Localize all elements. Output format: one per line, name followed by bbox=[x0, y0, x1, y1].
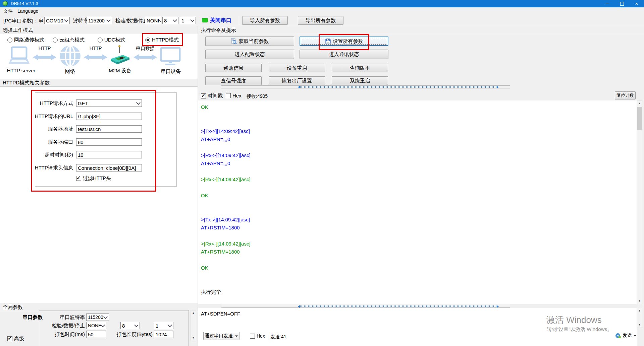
filter-http-header-label: 过滤HTTP头 bbox=[83, 175, 111, 182]
filter-http-header-checkbox[interactable]: 过滤HTTP头 bbox=[76, 175, 111, 182]
log-area[interactable]: OK>[Tx->][14:09:42][asc]AT+APN=,,,0>[Rx<… bbox=[198, 100, 637, 304]
chevron-down-icon bbox=[106, 18, 111, 22]
global-baud-value: 115200 bbox=[88, 315, 103, 320]
mode-radio-httpd[interactable]: HTTPD模式 bbox=[145, 37, 179, 43]
query-version-button[interactable]: 查询版本 bbox=[332, 64, 388, 72]
log-line bbox=[201, 256, 251, 264]
http-header-input[interactable] bbox=[76, 164, 142, 171]
pack-length-input[interactable] bbox=[154, 331, 173, 338]
factory-reset-label: 恢复出厂设置 bbox=[282, 78, 312, 84]
mode-radio-net-transparent[interactable]: 网络透传模式 bbox=[7, 37, 44, 43]
send-hex-checkbox[interactable]: Hex bbox=[250, 333, 265, 339]
send-button[interactable]: 发送 bbox=[615, 333, 637, 339]
log-scrollbar[interactable]: ▲ ▼ bbox=[637, 100, 642, 304]
app-window: DR514 V2.1.3 × 文件 Language [PC串口参数]：串口号 … bbox=[0, 0, 644, 346]
server-port-input[interactable] bbox=[76, 138, 142, 146]
window-title: DR514 V2.1.3 bbox=[11, 0, 38, 7]
toolbar: [PC串口参数]：串口号 COM10 波特率 115200 检验/数据/停止 N… bbox=[0, 15, 644, 26]
query-signal-button[interactable]: 查信号强度 bbox=[205, 76, 262, 85]
splitter-slider[interactable] bbox=[300, 305, 496, 307]
log-line bbox=[201, 272, 251, 280]
advanced-checkbox[interactable]: 高级 bbox=[7, 336, 24, 342]
query-version-label: 查询版本 bbox=[350, 65, 370, 71]
pack-time-input[interactable] bbox=[86, 331, 106, 338]
chevron-down-icon bbox=[103, 315, 108, 319]
import-params-label: 导入所有参数 bbox=[250, 17, 280, 24]
arrow-icon bbox=[84, 54, 107, 61]
hex-display-checkbox[interactable]: Hex bbox=[226, 93, 241, 98]
scroll-down-icon[interactable]: ▼ bbox=[191, 335, 196, 341]
http-method-value: GET bbox=[78, 100, 88, 106]
databits-select[interactable]: 8 bbox=[162, 17, 178, 24]
mode-radio-udc[interactable]: UDC模式 bbox=[98, 37, 125, 43]
global-stopbits-select[interactable]: 1 bbox=[154, 322, 173, 329]
send-via-serial-dropdown[interactable]: 通过串口发送 bbox=[203, 332, 239, 340]
splitter-handle[interactable] bbox=[221, 305, 510, 308]
mode-label: HTTPD模式 bbox=[152, 37, 179, 43]
scroll-up-icon[interactable]: ▲ bbox=[637, 308, 642, 314]
server-address-input[interactable] bbox=[76, 125, 142, 133]
hex-display-label: Hex bbox=[232, 93, 241, 98]
chevron-down-icon bbox=[101, 323, 105, 327]
global-scrollbar[interactable]: ▲ ▼ bbox=[191, 310, 196, 341]
log-line: >[Tx->][14:09:42][asc] bbox=[201, 216, 251, 224]
chevron-down-icon bbox=[190, 18, 195, 22]
factory-reset-button[interactable]: 恢复出厂设置 bbox=[269, 76, 325, 85]
stopbits-select[interactable]: 1 bbox=[180, 17, 196, 24]
export-params-button[interactable]: 导出所有参数 bbox=[298, 16, 343, 25]
send-scrollbar[interactable]: ▲ ▼ bbox=[637, 308, 642, 328]
radio-icon bbox=[53, 38, 58, 43]
enter-config-button[interactable]: 进入配置状态 bbox=[205, 50, 294, 59]
device-reboot-button[interactable]: 设备重启 bbox=[269, 64, 325, 72]
scroll-up-icon[interactable]: ▲ bbox=[191, 310, 196, 316]
log-line: AT+APN=,,,0 bbox=[201, 135, 251, 143]
set-all-params-button[interactable]: 设置所有参数 bbox=[300, 37, 388, 46]
global-parity-select[interactable]: NONE bbox=[86, 322, 106, 329]
close-button[interactable]: × bbox=[629, 0, 644, 7]
mode-label: 云组态模式 bbox=[59, 37, 85, 43]
field-label-http-url: HTTP请求的URL bbox=[23, 113, 73, 120]
scroll-down-icon[interactable]: ▼ bbox=[637, 298, 642, 304]
command-section-header: 执行命令及提示 bbox=[198, 26, 644, 34]
timestamp-checkbox[interactable]: 时间戳 bbox=[201, 93, 223, 99]
scrollbar-thumb[interactable] bbox=[637, 107, 642, 130]
reset-count-button[interactable]: 复位计数 bbox=[615, 91, 636, 99]
log-line: OK bbox=[201, 103, 251, 111]
close-port-link[interactable]: 关闭串口 bbox=[210, 17, 231, 24]
menu-file[interactable]: 文件 bbox=[2, 7, 14, 15]
http-url-input[interactable] bbox=[76, 113, 142, 120]
log-line: >[Rx<-][14:09:42][asc] bbox=[201, 176, 251, 184]
minimize-icon bbox=[605, 4, 609, 4]
enter-comm-button[interactable]: 进入通讯状态 bbox=[300, 50, 388, 59]
log-line bbox=[201, 208, 251, 216]
titlebar: DR514 V2.1.3 × bbox=[0, 0, 644, 7]
http-method-select[interactable]: GET bbox=[76, 99, 142, 107]
global-baud-select[interactable]: 115200 bbox=[86, 314, 109, 321]
send-icon bbox=[615, 333, 621, 339]
system-restart-button[interactable]: 系统重启 bbox=[332, 76, 388, 85]
splitter-handle[interactable] bbox=[221, 85, 510, 88]
scroll-down-icon[interactable]: ▼ bbox=[637, 322, 642, 328]
com-port-select[interactable]: COM10 bbox=[44, 17, 70, 24]
global-databits-select[interactable]: 8 bbox=[120, 322, 140, 329]
help-info-button[interactable]: 帮助信息 bbox=[205, 64, 262, 72]
log-line: >[Tx->][14:09:42][asc] bbox=[201, 127, 251, 135]
splitter-slider[interactable] bbox=[300, 86, 496, 88]
minimize-button[interactable] bbox=[600, 0, 614, 7]
send-button-label: 发送 bbox=[623, 333, 632, 339]
baud-select[interactable]: 115200 bbox=[87, 17, 112, 24]
import-params-button[interactable]: 导入所有参数 bbox=[242, 16, 288, 25]
maximize-button[interactable] bbox=[614, 0, 629, 7]
field-label-http-method: HTTP请求方式 bbox=[23, 99, 73, 107]
parity-select[interactable]: NONI bbox=[145, 17, 161, 24]
scroll-up-icon[interactable]: ▲ bbox=[637, 101, 642, 106]
mode-radio-cloud[interactable]: 云组态模式 bbox=[53, 37, 85, 43]
get-current-params-button[interactable]: 获取当前参数 bbox=[205, 37, 294, 46]
log-line bbox=[201, 232, 251, 240]
send-input[interactable]: AT+SDPEN=OFF bbox=[201, 311, 240, 317]
timeout-input[interactable] bbox=[76, 151, 142, 158]
menu-language[interactable]: Language bbox=[16, 7, 40, 15]
chevron-down-icon bbox=[134, 323, 139, 327]
baud-value: 115200 bbox=[88, 18, 105, 23]
radio-icon bbox=[145, 38, 150, 43]
